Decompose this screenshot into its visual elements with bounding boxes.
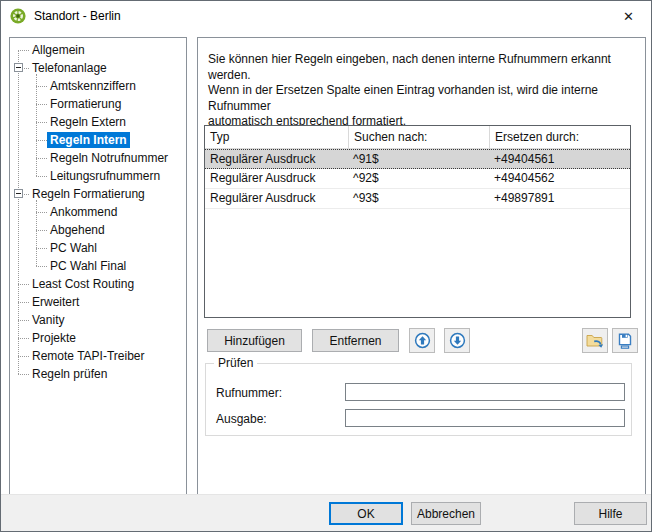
column-header[interactable]: Suchen nach: <box>348 126 489 148</box>
tree-connector-line <box>18 302 29 303</box>
tree-connector-line <box>36 230 47 231</box>
arrow-up-circle-icon <box>414 332 431 349</box>
tree-connector-line <box>36 104 47 105</box>
help-button[interactable]: Hilfe <box>574 502 647 525</box>
remove-rule-button[interactable]: Entfernen <box>312 329 399 352</box>
rules-table[interactable]: TypSuchen nach:Ersetzen durch: Regulärer… <box>204 125 631 318</box>
window-title: Standort - Berlin <box>34 9 121 23</box>
tree-item-label: Vanity <box>29 312 67 328</box>
tree-guide-line <box>18 50 19 374</box>
tree-item-least-cost-routing[interactable]: Least Cost Routing <box>10 275 186 293</box>
tree-item-allgemein[interactable]: Allgemein <box>10 41 186 59</box>
table-cell: ^92$ <box>348 169 489 188</box>
save-floppy-icon <box>617 333 633 349</box>
tree-item-label: Projekte <box>29 330 79 346</box>
tree-connector-line <box>18 356 29 357</box>
tree-connector-line <box>18 320 29 321</box>
table-row[interactable]: Regulärer Ausdruck^91$+49404561 <box>205 149 630 169</box>
move-down-button[interactable] <box>444 328 470 353</box>
tree-item-label: Regeln Notrufnummer <box>47 150 171 166</box>
table-row[interactable]: Regulärer Ausdruck^93$+49897891 <box>205 189 630 209</box>
tree-item-label: Ankommend <box>47 204 120 220</box>
table-row[interactable]: Regulärer Ausdruck^92$+49404562 <box>205 169 630 189</box>
table-cell: Regulärer Ausdruck <box>205 150 348 168</box>
ok-button[interactable]: OK <box>329 502 403 525</box>
tree-item-label: Allgemein <box>29 42 88 58</box>
tree-guide-line <box>36 200 37 266</box>
add-rule-button[interactable]: Hinzufügen <box>207 329 302 352</box>
tree-connector-line <box>18 374 29 375</box>
tree-guide-line <box>36 74 37 176</box>
tree-item-label: Formatierung <box>47 96 124 112</box>
table-cell: +49404561 <box>489 150 630 168</box>
tree-item-label: Erweitert <box>29 294 82 310</box>
column-header[interactable]: Ersetzen durch: <box>489 126 630 148</box>
collapse-toggle-icon[interactable] <box>14 189 23 198</box>
rufnummer-label: Rufnummer: <box>216 386 282 400</box>
page-description: Sie können hier Regeln eingeben, nach de… <box>208 52 642 130</box>
tree-item-projekte[interactable]: Projekte <box>10 329 186 347</box>
tree-connector-line <box>36 212 47 213</box>
tree-item-label: Regeln Intern <box>47 132 130 148</box>
tree-item-label: Regeln Formatierung <box>29 186 148 202</box>
dialog-footer: OK Abbrechen Hilfe <box>1 494 651 531</box>
save-rules-button[interactable] <box>612 328 638 353</box>
groupbox-title: Prüfen <box>214 356 257 370</box>
app-logo-icon <box>10 8 26 24</box>
close-icon[interactable]: ✕ <box>606 1 651 31</box>
tree-item-remote-tapi-treiber[interactable]: Remote TAPI-Treiber <box>10 347 186 365</box>
tree-connector-line <box>36 140 47 141</box>
pruefen-groupbox: Prüfen Rufnummer: Ausgabe: <box>205 363 632 436</box>
table-cell: Regulärer Ausdruck <box>205 169 348 188</box>
tree-connector-line <box>36 158 47 159</box>
tree-connector-line <box>36 86 47 87</box>
tree-item-label: Regeln Extern <box>47 114 129 130</box>
tree-item-label: PC Wahl <box>47 240 100 256</box>
folder-import-icon <box>586 333 604 349</box>
table-header: TypSuchen nach:Ersetzen durch: <box>205 126 630 149</box>
table-cell: ^93$ <box>348 189 489 208</box>
tree-item-vanity[interactable]: Vanity <box>10 311 186 329</box>
tree-item-label: Abgehend <box>47 222 108 238</box>
tree-item-regeln-pr-fen[interactable]: Regeln prüfen <box>10 365 186 383</box>
tree-item-label: Remote TAPI-Treiber <box>29 348 147 364</box>
table-cell: +49897891 <box>489 189 630 208</box>
tree-item-label: PC Wahl Final <box>47 258 129 274</box>
tree-connector-line <box>36 266 47 267</box>
tree-connector-line <box>18 284 29 285</box>
rules-content-panel: Sie können hier Regeln eingeben, nach de… <box>197 37 646 496</box>
tree-item-label: Telefonanlage <box>29 60 110 76</box>
tree-item-label: Leitungsrufnummern <box>47 168 163 184</box>
table-cell: Regulärer Ausdruck <box>205 189 348 208</box>
table-cell: +49404562 <box>489 169 630 188</box>
move-up-button[interactable] <box>409 328 435 353</box>
tree-item-label: Least Cost Routing <box>29 276 137 292</box>
cancel-button[interactable]: Abbrechen <box>411 502 481 525</box>
titlebar: Standort - Berlin ✕ <box>1 1 651 31</box>
tree-item-label: Amtskennziffern <box>47 78 139 94</box>
table-cell: ^91$ <box>348 150 489 168</box>
tree-connector-line <box>18 50 29 51</box>
ausgabe-input[interactable] <box>345 409 625 427</box>
tree-item-erweitert[interactable]: Erweitert <box>10 293 186 311</box>
table-body: Regulärer Ausdruck^91$+49404561Regulärer… <box>205 149 630 209</box>
ausgabe-label: Ausgabe: <box>216 412 267 426</box>
settings-tree: AllgemeinTelefonanlageAmtskennziffernFor… <box>9 37 187 496</box>
tree-connector-line <box>36 248 47 249</box>
tree-connector-line <box>18 338 29 339</box>
tree-connector-line <box>36 176 47 177</box>
tree-item-label: Regeln prüfen <box>29 366 110 382</box>
standort-dialog: Standort - Berlin ✕ AllgemeinTelefonanla… <box>0 0 652 532</box>
column-header[interactable]: Typ <box>205 126 348 148</box>
rufnummer-input[interactable] <box>345 383 625 401</box>
import-rules-button[interactable] <box>582 328 608 353</box>
tree-connector-line <box>36 122 47 123</box>
collapse-toggle-icon[interactable] <box>14 63 23 72</box>
arrow-down-circle-icon <box>449 332 466 349</box>
